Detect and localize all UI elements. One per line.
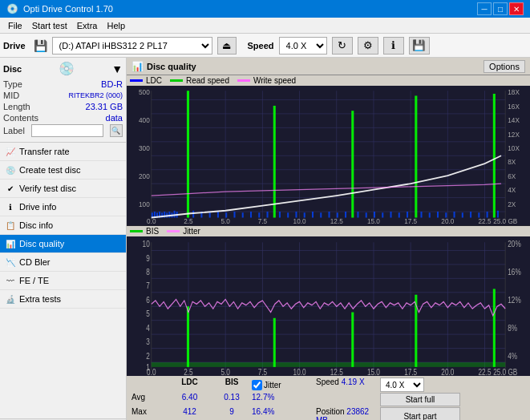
- options-button[interactable]: Options: [483, 60, 525, 73]
- svg-rect-139: [493, 289, 496, 366]
- nav-drive-info-label: Drive info: [19, 202, 56, 212]
- bottom-chart: 10 9 8 7 6 5 4 3 2 1 20% 16% 12% 8% 4%: [127, 236, 530, 377]
- menu-bar: File Start test Extra Help: [0, 18, 530, 34]
- svg-rect-52: [233, 212, 235, 217]
- jitter-legend-color: [167, 230, 180, 232]
- disc-icon: 💿: [59, 61, 75, 76]
- nav-extra-tests[interactable]: 🔬 Extra tests: [0, 290, 126, 309]
- svg-rect-81: [462, 212, 463, 217]
- jitter-check-label: Jitter: [264, 381, 281, 390]
- svg-text:17.5: 17.5: [404, 216, 417, 225]
- nav-cd-bler[interactable]: 📉 CD Bler: [0, 253, 126, 272]
- nav-disc-info[interactable]: 📋 Disc info: [0, 216, 126, 235]
- disc-options-icon[interactable]: ▼: [111, 63, 123, 75]
- ldc-header: LDC: [168, 378, 212, 392]
- svg-rect-49: [209, 212, 211, 217]
- svg-text:16%: 16%: [508, 266, 520, 277]
- type-label: Type: [3, 79, 22, 89]
- quality-panel-icon: 📊: [131, 61, 144, 72]
- avg-jitter: 12.7%: [252, 393, 316, 406]
- max-bis: 9: [212, 407, 252, 420]
- svg-text:2.5: 2.5: [184, 366, 193, 376]
- label-icon-button[interactable]: 🔍: [110, 124, 123, 137]
- verify-test-icon: ✔: [5, 183, 16, 194]
- drive-info-icon: ℹ: [5, 201, 16, 212]
- refresh-button[interactable]: ↻: [332, 37, 353, 55]
- mid-value: RITEKBR2 (000): [68, 91, 123, 99]
- nav-fe-te[interactable]: 〰 FE / TE: [0, 272, 126, 290]
- svg-text:6: 6: [146, 294, 150, 305]
- svg-rect-71: [382, 212, 383, 217]
- svg-text:4X: 4X: [508, 186, 516, 195]
- length-value: 23.31 GB: [86, 102, 123, 111]
- quality-header: 📊 Disc quality Options: [127, 58, 530, 75]
- eject-button[interactable]: ⏏: [217, 37, 237, 55]
- nav-cd-bler-label: CD Bler: [19, 257, 51, 267]
- svg-text:20.0: 20.0: [441, 366, 454, 376]
- svg-text:8%: 8%: [508, 322, 517, 333]
- position-label: Position 23862 MB: [316, 407, 380, 420]
- svg-rect-85: [493, 94, 496, 218]
- start-part-button[interactable]: Start part: [380, 407, 460, 420]
- svg-text:22.5: 22.5: [479, 216, 492, 225]
- fe-te-icon: 〰: [5, 275, 16, 286]
- menu-extra[interactable]: Extra: [72, 20, 103, 31]
- save-button[interactable]: 💾: [409, 37, 430, 55]
- avg-bis: 0.13: [212, 393, 252, 406]
- nav-disc-info-label: Disc info: [19, 220, 53, 230]
- nav-drive-info[interactable]: ℹ Drive info: [0, 198, 126, 216]
- close-button[interactable]: ✕: [509, 2, 524, 15]
- drive-select[interactable]: (D:) ATAPI iHBS312 2 PL17: [52, 37, 212, 55]
- svg-rect-62: [312, 212, 314, 217]
- settings-button[interactable]: ⚙: [358, 37, 378, 55]
- drive-bar: Drive 💾 (D:) ATAPI iHBS312 2 PL17 ⏏ Spee…: [0, 34, 530, 58]
- svg-text:16X: 16X: [508, 102, 520, 111]
- nav-verify-test-disc[interactable]: ✔ Verify test disc: [0, 180, 126, 198]
- title-bar: 💿 Opti Drive Control 1.70 ─ □ ✕: [0, 0, 530, 18]
- svg-rect-57: [273, 106, 276, 218]
- svg-text:5: 5: [146, 308, 150, 318]
- svg-text:4: 4: [146, 322, 150, 333]
- svg-text:8: 8: [146, 266, 150, 277]
- menu-help[interactable]: Help: [102, 20, 130, 31]
- max-jitter: 16.4%: [252, 407, 316, 420]
- nav-create-test-disc[interactable]: 💿 Create test disc: [0, 161, 126, 180]
- menu-start-test[interactable]: Start test: [27, 20, 72, 31]
- nav-create-test-label: Create test disc: [19, 165, 80, 175]
- nav-transfer-rate-label: Transfer rate: [19, 147, 70, 156]
- info-button[interactable]: ℹ: [383, 37, 404, 55]
- svg-text:15.0: 15.0: [367, 366, 380, 376]
- svg-text:9: 9: [146, 252, 150, 263]
- maximize-button[interactable]: □: [493, 2, 508, 15]
- svg-rect-76: [420, 212, 422, 217]
- mid-label: MID: [3, 91, 19, 100]
- speed-select[interactable]: 4.0 X: [279, 37, 327, 55]
- svg-rect-136: [273, 317, 276, 366]
- nav-verify-test-label: Verify test disc: [19, 184, 76, 193]
- cd-bler-icon: 📉: [5, 256, 16, 268]
- bis-legend-color: [130, 230, 143, 232]
- nav-disc-quality[interactable]: 📊 Disc quality: [0, 235, 126, 253]
- svg-text:0.0: 0.0: [147, 216, 156, 225]
- start-full-button[interactable]: Start full: [380, 393, 460, 406]
- svg-text:6X: 6X: [508, 172, 516, 180]
- jitter-checkbox[interactable]: [252, 380, 262, 390]
- svg-text:5.0: 5.0: [220, 216, 229, 225]
- svg-rect-67: [351, 111, 354, 217]
- app-icon: 💿: [6, 3, 18, 14]
- menu-file[interactable]: File: [3, 20, 27, 31]
- minimize-button[interactable]: ─: [477, 2, 492, 15]
- nav-disc-quality-label: Disc quality: [19, 239, 64, 248]
- nav-transfer-rate[interactable]: 📈 Transfer rate: [0, 143, 126, 161]
- svg-text:8X: 8X: [508, 158, 516, 167]
- svg-text:500: 500: [139, 87, 150, 96]
- speed-select-stat[interactable]: 4.0 X: [380, 378, 424, 392]
- label-input[interactable]: [31, 124, 103, 137]
- svg-text:17.5: 17.5: [404, 366, 417, 376]
- svg-text:2X: 2X: [508, 200, 516, 208]
- svg-rect-59: [287, 212, 289, 217]
- write-speed-legend-label: Write speed: [253, 76, 296, 85]
- disc-title: Disc: [3, 64, 22, 74]
- length-label: Length: [3, 102, 30, 111]
- svg-rect-50: [217, 212, 219, 217]
